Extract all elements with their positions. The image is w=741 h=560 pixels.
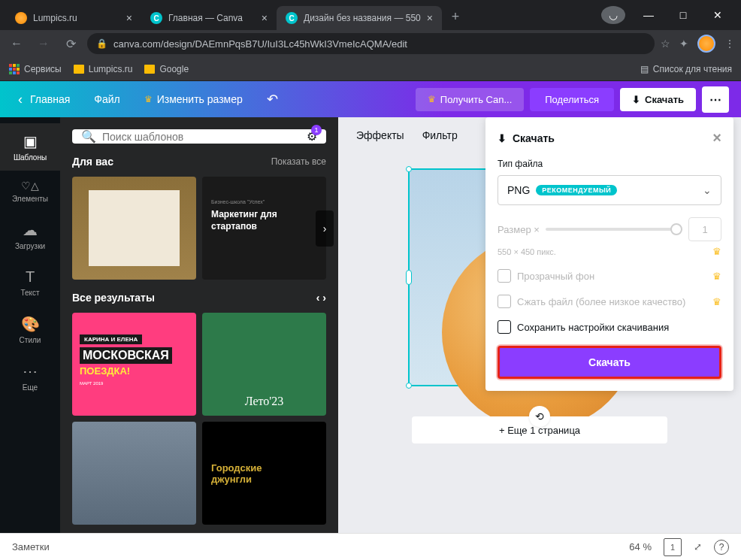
slider-thumb[interactable] — [670, 223, 682, 235]
undo-button[interactable]: ↶ — [267, 91, 278, 107]
zoom-level[interactable]: 64 % — [629, 541, 652, 552]
download-button[interactable]: ⬇Скачать — [620, 88, 696, 111]
file-button[interactable]: Файл — [88, 89, 126, 110]
resize-handle[interactable] — [406, 270, 412, 285]
favicon-canva: C — [150, 12, 162, 24]
url-text: canva.com/design/DAEmnPqsB7U/IuI3Lc45hWk… — [113, 38, 407, 50]
browser-tab-1[interactable]: C Главная — Canva × — [141, 6, 277, 30]
filter-icon[interactable]: ⚙1 — [307, 129, 317, 144]
resize-handle[interactable] — [406, 166, 412, 172]
sync-icon[interactable]: ⟲ — [529, 406, 550, 427]
download-icon: ⬇ — [632, 94, 640, 105]
close-icon[interactable]: × — [262, 12, 268, 24]
sidebar-item-elements[interactable]: ♡△Элементы — [0, 171, 60, 212]
search-icon: 🔍 — [81, 129, 96, 144]
close-icon[interactable]: × — [427, 12, 433, 24]
bookmarks-bar: Сервисы Lumpics.ru Google ▤ Список для ч… — [0, 57, 741, 81]
size-value[interactable]: 1 — [688, 217, 721, 241]
template-thumb[interactable] — [72, 422, 196, 525]
templates-icon: ▣ — [23, 132, 38, 150]
home-button[interactable]: Главная — [12, 87, 76, 112]
sidebar-item-text[interactable]: TТекст — [0, 259, 60, 306]
lock-icon: 🔒 — [96, 38, 107, 49]
pro-button[interactable]: ♛Получить Can... — [416, 88, 524, 111]
back-button[interactable]: ← — [6, 33, 27, 54]
templates-row-1: and all at once, summer collapsed into f… — [72, 177, 338, 280]
new-tab-button[interactable]: + — [445, 6, 466, 27]
sidebar-item-uploads[interactable]: ☁Загрузки — [0, 212, 60, 259]
minimize-button[interactable]: — — [631, 3, 666, 27]
page-indicator[interactable]: 1 — [664, 538, 682, 556]
template-thumb[interactable]: КАРИНА И ЕЛЕНА МОСКОВСКАЯ ПОЕЗДКА! МАРТ … — [72, 313, 196, 416]
browser-tab-0[interactable]: Lumpics.ru × — [6, 6, 141, 30]
option-label: Сохранить настройки скачивания — [517, 322, 669, 333]
search-input[interactable] — [102, 131, 301, 143]
template-thumb[interactable]: Бизнес-школа "Успех" Маркетинг для старт… — [202, 177, 326, 280]
checkbox[interactable] — [498, 295, 511, 308]
option-label: Прозрачный фон — [517, 271, 594, 282]
bookmark-lumpics[interactable]: Lumpics.ru — [74, 64, 133, 74]
resize-button[interactable]: ♛Изменить размер — [138, 89, 249, 110]
size-label: Размер × — [498, 224, 540, 235]
checkbox[interactable] — [498, 269, 511, 283]
close-window-button[interactable]: ✕ — [700, 3, 735, 27]
checkbox[interactable] — [498, 320, 511, 334]
crown-icon: ♛ — [428, 94, 436, 104]
sidebar-item-styles[interactable]: 🎨Стили — [0, 306, 60, 353]
reload-button[interactable]: ⟳ — [60, 33, 81, 54]
help-icon[interactable]: ? — [714, 540, 729, 555]
resize-handle[interactable] — [406, 383, 412, 389]
maximize-button[interactable]: □ — [666, 3, 700, 27]
templates-panel: 🔍 ⚙1 Для вас Показать все and all at onc… — [60, 117, 338, 533]
profile-avatar[interactable] — [697, 35, 715, 53]
filetype-select[interactable]: PNG РЕКОМЕНДУЕМЫЙ ⌄ — [498, 175, 721, 205]
section-title: Все результаты — [72, 292, 155, 304]
filter-badge: 1 — [311, 125, 322, 135]
url-input[interactable]: 🔒 canva.com/design/DAEmnPqsB7U/IuI3Lc45h… — [87, 33, 655, 54]
add-page-button[interactable]: ⟲ + Еще 1 страница — [412, 416, 667, 443]
reading-list-button[interactable]: ▤ Список для чтения — [640, 64, 732, 74]
close-icon[interactable]: × — [126, 12, 132, 24]
search-box[interactable]: 🔍 ⚙1 — [72, 129, 326, 144]
section-nav[interactable]: ‹ › — [316, 292, 326, 304]
menu-icon[interactable]: ⋮ — [724, 38, 735, 50]
account-icon[interactable]: ◡ — [601, 6, 625, 24]
show-all-link[interactable]: Показать все — [271, 156, 326, 167]
fullscreen-icon[interactable]: ⤢ — [694, 541, 702, 552]
template-thumb[interactable]: Лето'23 — [202, 313, 326, 416]
tab-effects[interactable]: Эффекты — [356, 129, 404, 141]
crown-icon: ♛ — [712, 271, 721, 282]
save-settings-option[interactable]: Сохранить настройки скачивания — [498, 320, 721, 334]
template-thumb[interactable]: and all at once, summer collapsed into f… — [72, 177, 196, 280]
close-icon[interactable]: × — [712, 129, 721, 147]
scroll-right-button[interactable]: › — [316, 210, 334, 247]
browser-tab-2[interactable]: C Дизайн без названия — 550 × — [277, 6, 442, 30]
sidebar-item-templates[interactable]: ▣Шаблоны — [0, 123, 60, 171]
extensions-icon[interactable]: ✦ — [679, 38, 688, 50]
tab-filter[interactable]: Фильтр — [422, 129, 458, 141]
download-icon: ⬇ — [498, 132, 507, 144]
star-icon[interactable]: ☆ — [661, 38, 670, 50]
browser-actions: ☆ ✦ ⋮ — [661, 35, 735, 53]
download-panel: ⬇ Скачать × Тип файла PNG РЕКОМЕНДУЕМЫЙ … — [485, 117, 733, 391]
compress-option[interactable]: Сжать файл (более низкое качество) ♛ — [498, 295, 721, 308]
notes-button[interactable]: Заметки — [12, 541, 50, 552]
apps-button[interactable]: Сервисы — [9, 64, 62, 74]
palette-icon: 🎨 — [21, 315, 40, 333]
bookmark-label: Сервисы — [24, 64, 62, 74]
templates-row-3: Городские джунгли — [72, 422, 338, 525]
transparent-option[interactable]: Прозрачный фон ♛ — [498, 269, 721, 283]
sidebar-item-more[interactable]: ⋯Еще — [0, 353, 60, 401]
download-confirm-button[interactable]: Скачать — [498, 346, 721, 379]
dimensions-text: 550 × 450 пикс. — [498, 247, 556, 256]
folder-icon — [144, 65, 155, 74]
bookmark-google[interactable]: Google — [144, 64, 189, 74]
share-button[interactable]: Поделиться — [530, 88, 614, 111]
section-title: Для вас — [72, 156, 113, 168]
more-button[interactable]: ⋯ — [702, 86, 729, 113]
folder-icon — [74, 65, 84, 74]
size-slider[interactable] — [546, 228, 682, 231]
size-row: Размер × 1 — [498, 217, 721, 241]
template-thumb[interactable]: Городские джунгли — [202, 422, 326, 525]
forward-button[interactable]: → — [33, 33, 54, 54]
